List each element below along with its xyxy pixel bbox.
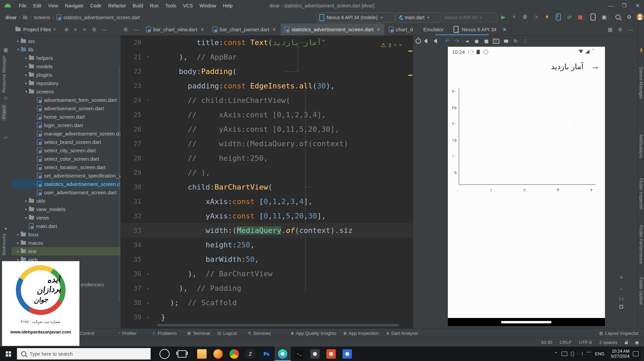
menu-help[interactable]: Help: [220, 3, 236, 8]
tray-expand-icon[interactable]: ⌃: [554, 351, 558, 356]
show-desktop-button[interactable]: [642, 347, 644, 361]
notifications-bell-icon[interactable]: [635, 341, 639, 344]
restore-button[interactable]: ❐: [621, 3, 627, 9]
hot-reload-button[interactable]: [542, 12, 552, 22]
code-line-37[interactable]: 37▴ ), // Padding: [120, 281, 413, 295]
tree-item-screens[interactable]: ▾screens: [11, 87, 121, 96]
menu-window[interactable]: Window: [196, 3, 220, 8]
code-line-23[interactable]: 23 padding:const EdgeInsets.all(30),: [120, 79, 413, 93]
sidebar-item-flutter-performance[interactable]: Flutter Performance: [639, 225, 644, 264]
taskbar-app-command-prompt[interactable]: ＞_: [291, 347, 307, 361]
code-line-26[interactable]: 26 // yAxis:const [0,11,5,20,30],: [120, 122, 413, 136]
hide-panel-button[interactable]: —: [102, 27, 107, 32]
debug-button[interactable]: [520, 12, 530, 22]
speaker-icon[interactable]: [578, 352, 582, 356]
sidebar-item-flutter-outline[interactable]: Flutter Outline: [639, 277, 644, 305]
emulator-tab[interactable]: Nexus 6 API 34: [462, 27, 496, 32]
code-line-24[interactable]: 24▾ // child:LineChartView(: [120, 93, 413, 108]
code-line-22[interactable]: 22 body:Padding(: [120, 64, 413, 79]
code-area[interactable]: ⚠ 2 ˄ ˅ 20 title:const Text("آمار بازدید…: [120, 35, 413, 328]
microphone-icon[interactable]: [571, 352, 574, 356]
tree-item-repository[interactable]: ▸repository: [11, 79, 121, 87]
rotate-left-button[interactable]: ↶: [442, 38, 452, 44]
tree-item-linux[interactable]: ▸linux: [11, 230, 121, 239]
tab-terminal[interactable]: ▣Terminal: [187, 329, 210, 337]
taskbar-search-input[interactable]: Type here to search: [17, 348, 151, 360]
apply-changes-button[interactable]: [509, 12, 519, 22]
tab-logcat[interactable]: ▤Logcat: [217, 329, 237, 337]
zoom-fit-button[interactable]: [619, 305, 623, 309]
device-manager-button[interactable]: [588, 12, 598, 22]
taskbar-app-app-z[interactable]: Z: [242, 347, 258, 361]
locate-file-button[interactable]: ⊕: [64, 27, 69, 33]
sidebar-item-flutter-inspector[interactable]: Flutter Inspector: [639, 178, 644, 210]
fold-marker-icon[interactable]: ▴: [144, 310, 152, 324]
menu-view[interactable]: View: [45, 3, 62, 8]
resource-manager-icon[interactable]: ▦: [3, 47, 8, 52]
video-record-button[interactable]: [501, 40, 511, 43]
minimize-button[interactable]: —: [608, 3, 614, 8]
sidebar-item-resource-manager[interactable]: Resource Manager: [1, 55, 6, 93]
menu-refactor[interactable]: Refactor: [105, 3, 130, 8]
code-line-31[interactable]: 31 xAxis:const [0,1,2,3,4],: [120, 194, 413, 209]
tab-services[interactable]: ⚙Services: [248, 329, 271, 337]
more-options-button[interactable]: ⋮: [521, 38, 530, 44]
breadcrumb-item-divar[interactable]: divar: [5, 15, 16, 20]
expand-all-button[interactable]: ≡: [74, 27, 77, 32]
zoom-reset-button[interactable]: 1:1: [619, 297, 624, 301]
taskbar-app-photoshop[interactable]: Ps: [258, 347, 275, 361]
code-line-33[interactable]: 33 width:(MediaQuery.of(context).siz: [120, 223, 413, 238]
tree-item-set-advertisement-specification-va[interactable]: set_advertisement_specification_va: [11, 171, 121, 180]
fold-marker-icon[interactable]: ▾: [144, 93, 152, 108]
tree-item-manage-advertisement-screen-dart[interactable]: manage_advertisement_screen.dart: [11, 129, 121, 138]
lock-icon[interactable]: [625, 342, 628, 344]
taskbar-app-app-gray[interactable]: [307, 347, 323, 361]
close-button[interactable]: ✕: [635, 3, 641, 9]
editor-horizontal-scrollbar[interactable]: [157, 324, 399, 326]
user-avatar[interactable]: [635, 12, 644, 22]
sidebar-item-bookmarks[interactable]: Bookmarks: [1, 234, 6, 255]
tree-item-user-advertisement-screen-dart[interactable]: user_advertisement_screen.dart: [11, 188, 121, 197]
tree-item-select-color-screen-dart[interactable]: select_color_screen.dart: [11, 155, 121, 163]
tab-statistics-advertisement-screen-dart[interactable]: statistics_advertisement_screen.dart✕: [281, 24, 385, 35]
hide-panel-icon[interactable]: —: [628, 27, 633, 32]
caret-position[interactable]: 33:30: [541, 340, 552, 345]
code-line-34[interactable]: 34 height:250,: [120, 238, 413, 252]
panel-settings-button[interactable]: ⚙: [92, 27, 96, 33]
tree-item-home-screen-dart[interactable]: home_screen.dart: [11, 113, 121, 121]
flutter-attach-button[interactable]: ⇄: [565, 12, 574, 22]
tree-item-select-brand-screen-dart[interactable]: select_brand_screen.dart: [11, 138, 121, 146]
zoom-out-button[interactable]: －: [618, 285, 624, 293]
menu-file[interactable]: File: [15, 3, 30, 8]
layout-icon[interactable]: ▦: [608, 27, 612, 33]
action-center-icon[interactable]: [633, 351, 639, 356]
tree-item-main-dart[interactable]: main.dart: [11, 222, 121, 230]
close-icon[interactable]: ✕: [272, 27, 276, 32]
file-encoding[interactable]: UTF-8: [579, 340, 592, 345]
home-pill[interactable]: [501, 321, 551, 323]
tree-item-advertisement-screen-dart[interactable]: advertisement_screen.dart: [11, 104, 121, 113]
zoom-in-button[interactable]: ＋: [618, 273, 624, 281]
device-screen[interactable]: 10:24 آمار بازدید → ۳۰۲۵۲۰۱۵۱۰۵۰۱۲۳۴: [448, 47, 605, 326]
collapse-all-button[interactable]: ≍: [82, 27, 87, 33]
tree-item-ios[interactable]: ▸ios: [11, 37, 121, 45]
rotate-right-button[interactable]: ↷: [452, 38, 462, 44]
tab-settings-icon[interactable]: ⚙: [120, 27, 131, 33]
volume-down-button[interactable]: [433, 40, 442, 43]
tab-layout-inspector[interactable]: ▦ Layout Inspector: [599, 329, 639, 337]
stop-button[interactable]: ■: [575, 12, 585, 22]
tab-bar-chart-painter-dart[interactable]: bar_chart_painter.dart✕: [209, 24, 281, 35]
fold-marker-icon[interactable]: ▴: [144, 281, 152, 295]
code-line-20[interactable]: 20 title:const Text("آمار بازدید: [120, 35, 413, 50]
monitor-icon[interactable]: [562, 352, 567, 356]
folder-icon[interactable]: ▱: [3, 134, 8, 140]
fold-marker-icon[interactable]: ▾: [144, 50, 152, 64]
menu-run[interactable]: Run: [147, 3, 162, 8]
camera-button[interactable]: [491, 39, 501, 44]
profiler-button[interactable]: ▣: [600, 12, 609, 22]
back-button[interactable]: ◄: [462, 38, 472, 44]
breadcrumb-item-screens[interactable]: screens: [34, 15, 50, 20]
code-line-38[interactable]: 38▴ ); // Scaffold: [120, 295, 413, 310]
taskbar-app-chrome[interactable]: [226, 347, 242, 361]
sidebar-item-notifications[interactable]: Notifications: [639, 134, 644, 158]
